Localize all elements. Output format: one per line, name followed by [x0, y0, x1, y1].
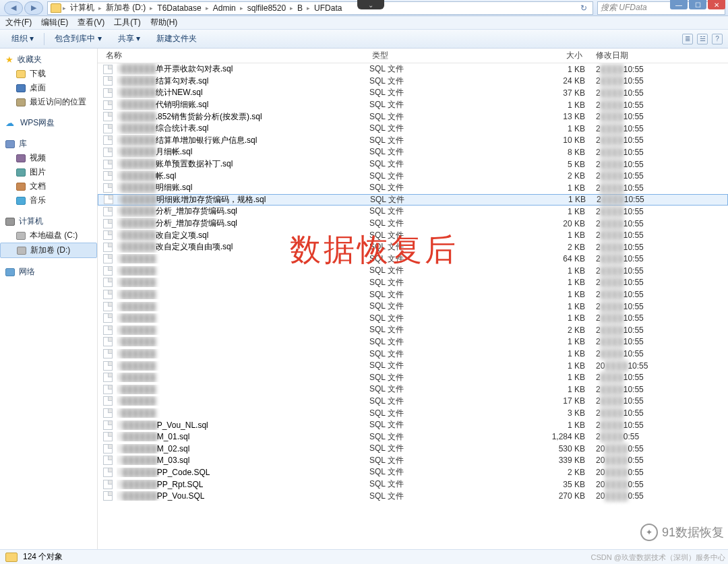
sidebar-desktop[interactable]: 桌面	[0, 81, 97, 95]
organize-button[interactable]: 组织 ▾	[5, 31, 40, 46]
menu-help[interactable]: 帮助(H)	[150, 17, 178, 28]
file-row[interactable]: 8██████分析_增加存货编码.sqlSQL 文件1 KB2████10:55	[98, 206, 728, 218]
file-row[interactable]: 8██████统计NEW.sqlSQL 文件37 KB2████10:55	[98, 87, 728, 99]
col-type[interactable]: 类型	[369, 50, 538, 61]
file-row[interactable]: 8██████改自定义项自由项.sqlSQL 文件2 KB2████10:55	[98, 241, 728, 253]
file-row[interactable]: D██████P_Vou_NL.sqlSQL 文件1 KB2████10:55	[98, 419, 728, 431]
sidebar-videos[interactable]: 视频	[0, 151, 97, 165]
file-size: 1 KB	[538, 266, 585, 276]
file-row[interactable]: 8██████结算单增加银行账户信息.sqlSQL 文件10 KB2████10…	[98, 135, 728, 147]
nav-back-button[interactable]: ◀	[4, 1, 23, 15]
file-row[interactable]: 8██████结算勾对表.sqlSQL 文件24 KB2████10:55	[98, 75, 728, 88]
file-row[interactable]: 6██████SQL 文件1 KB2████10:55	[98, 301, 728, 313]
file-row[interactable]: 6██████SQL 文件1 KB2████10:55	[98, 371, 728, 383]
file-row[interactable]: D██████PP_Vou.SQLSQL 文件270 KB20████0:55	[98, 490, 728, 502]
file-row[interactable]: D██████M_03.sqlSQL 文件339 KB20████0:55	[98, 455, 728, 467]
file-row[interactable]: 6██████SQL 文件1 KB2████10:55	[98, 336, 728, 348]
file-row[interactable]: 8██████.852销售货龄分析(按发票).sqlSQL 文件13 KB2██…	[98, 111, 728, 123]
file-name: 8██████结算勾对表.sql	[117, 75, 369, 87]
sidebar-disk-c[interactable]: 本地磁盘 (C:)	[0, 228, 97, 243]
file-size: 1 KB	[538, 337, 585, 346]
breadcrumb-item[interactable]: UFData	[311, 3, 344, 13]
sidebar-libraries[interactable]: 库	[0, 137, 97, 151]
sidebar-computer[interactable]: 计算机	[0, 214, 97, 228]
file-row[interactable]: 8██████分析_增加存货编码.sqlSQL 文件20 KB2████10:5…	[98, 218, 728, 230]
file-row[interactable]: 8██████帐.sqlSQL 文件2 KB2████10:55	[98, 170, 728, 182]
file-name: D██████M_03.sql	[117, 456, 369, 465]
sidebar-recent[interactable]: 最近访问的位置	[0, 95, 97, 109]
details-pane-icon[interactable]: ☱	[697, 34, 708, 44]
sidebar-wps[interactable]: ☁WPS网盘	[0, 116, 97, 130]
file-row[interactable]: 8██████改自定义项.sqlSQL 文件1 KB2████10:55	[98, 229, 728, 241]
file-row[interactable]: 6██████SQL 文件17 KB2████10:55	[98, 396, 728, 408]
sidebar-music[interactable]: 音乐	[0, 193, 97, 208]
file-row[interactable]: 5██████SQL 文件64 KB2████10:55	[98, 253, 728, 265]
breadcrumb-item[interactable]: sqlfile8520	[245, 3, 289, 13]
refresh-icon[interactable]: ↻	[578, 3, 590, 13]
recent-icon	[16, 98, 26, 106]
sidebar-downloads[interactable]: 下载	[0, 67, 97, 81]
include-in-library-button[interactable]: 包含到库中 ▾	[49, 31, 107, 46]
file-row[interactable]: 8██████单开票收款勾对表.sqlSQL 文件1 KB2████10:55	[98, 63, 728, 75]
file-row[interactable]: D██████M_01.sqlSQL 文件1,284 KB2████0:55	[98, 431, 728, 443]
file-type: SQL 文件	[369, 419, 538, 431]
picture-icon	[16, 168, 26, 177]
file-type: SQL 文件	[369, 348, 538, 360]
file-row[interactable]: 6██████SQL 文件1 KB20████10:55	[98, 360, 728, 372]
col-date[interactable]: 修改日期	[585, 50, 728, 61]
menu-file[interactable]: 文件(F)	[5, 17, 32, 28]
file-row[interactable]: 6██████SQL 文件3 KB2████10:55	[98, 407, 728, 419]
file-row[interactable]: D██████PP_Rpt.SQLSQL 文件35 KB20████0:55	[98, 478, 728, 491]
file-row[interactable]: 6██████SQL 文件1 KB2████10:55	[98, 288, 728, 301]
dropdown-tab[interactable]: ⌄	[357, 0, 384, 9]
file-row[interactable]: 8██████明细账增加存货编码，规格.sqlSQL 文件1 KB2████10…	[98, 194, 728, 206]
breadcrumb-item[interactable]: 新加卷 (D:)	[103, 2, 148, 13]
sidebar-documents[interactable]: 文档	[0, 179, 97, 193]
file-row[interactable]: 6██████SQL 文件1 KB2████10:55	[98, 383, 728, 396]
breadcrumb[interactable]: ▸ 计算机 ▸ 新加卷 (D:) ▸ T6Database ▸ Admin ▸ …	[47, 1, 593, 15]
file-date: 2████10:55	[585, 266, 723, 276]
search-placeholder: 搜索 UFData	[601, 2, 647, 13]
breadcrumb-item[interactable]: T6Database	[154, 3, 204, 13]
file-icon	[103, 396, 113, 406]
file-row[interactable]: 8██████月细帐.sqlSQL 文件8 KB2████10:55	[98, 146, 728, 158]
breadcrumb-item[interactable]: 计算机	[67, 2, 97, 13]
sidebar-favorites[interactable]: ★收藏夹	[0, 53, 97, 67]
file-list[interactable]: 8██████单开票收款勾对表.sqlSQL 文件1 KB2████10:558…	[98, 63, 728, 549]
menu-tools[interactable]: 工具(T)	[114, 17, 140, 28]
file-size: 37 KB	[538, 88, 585, 98]
file-row[interactable]: 8██████账单预置数据补丁.sqlSQL 文件5 KB2████10:55	[98, 158, 728, 170]
file-row[interactable]: 8██████综合统计表.sqlSQL 文件1 KB2████10:55	[98, 123, 728, 135]
file-row[interactable]: 6██████SQL 文件1 KB2████10:55	[98, 277, 728, 289]
sidebar-pictures[interactable]: 图片	[0, 165, 97, 179]
breadcrumb-item[interactable]: Admin	[210, 3, 239, 13]
menu-view[interactable]: 查看(V)	[78, 17, 104, 28]
file-row[interactable]: 5██████SQL 文件1 KB2████10:55	[98, 265, 728, 277]
view-mode-icon[interactable]: ≣	[682, 34, 693, 44]
file-row[interactable]: 8██████代销明细账.sqlSQL 文件1 KB2████10:55	[98, 99, 728, 111]
breadcrumb-item[interactable]: B	[295, 3, 305, 13]
file-icon	[103, 171, 113, 181]
file-row[interactable]: 8██████明细账.sqlSQL 文件1 KB2████10:55	[98, 182, 728, 194]
menu-edit[interactable]: 编辑(E)	[41, 17, 68, 28]
column-headers[interactable]: 名称 类型 大小 修改日期	[98, 49, 728, 63]
file-row[interactable]: D██████PP_Code.SQLSQL 文件2 KB20████0:55	[98, 466, 728, 478]
file-date: 20████10:55	[585, 361, 723, 371]
window-maximize-button[interactable]: ☐	[689, 0, 706, 9]
new-folder-button[interactable]: 新建文件夹	[150, 31, 203, 46]
sidebar-network[interactable]: 网络	[0, 265, 97, 279]
file-row[interactable]: 6██████SQL 文件2 KB2████10:55	[98, 324, 728, 336]
window-close-button[interactable]: ✕	[708, 0, 725, 9]
col-name[interactable]: 名称	[103, 50, 369, 61]
file-icon	[103, 420, 113, 430]
col-size[interactable]: 大小	[538, 50, 585, 61]
file-icon	[103, 385, 113, 394]
help-icon[interactable]: ?	[712, 34, 723, 44]
share-button[interactable]: 共享 ▾	[112, 31, 146, 46]
file-row[interactable]: 6██████SQL 文件1 KB2████10:55	[98, 348, 728, 360]
sidebar-disk-d[interactable]: 新加卷 (D:)	[0, 243, 97, 258]
file-row[interactable]: 6██████SQL 文件1 KB2████10:55	[98, 312, 728, 324]
window-minimize-button[interactable]: —	[670, 0, 688, 9]
file-row[interactable]: D██████M_02.sqlSQL 文件530 KB20████0:55	[98, 443, 728, 455]
nav-forward-button[interactable]: ▶	[24, 1, 43, 15]
